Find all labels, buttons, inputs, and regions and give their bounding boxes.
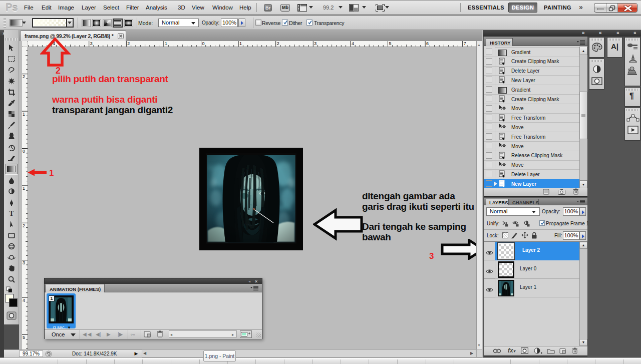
svg-text:T: T bbox=[9, 210, 14, 217]
svg-text:1: 1 bbox=[23, 112, 25, 117]
svg-text:4: 4 bbox=[23, 298, 25, 303]
svg-text:1: 1 bbox=[23, 186, 25, 191]
svg-text:2: 2 bbox=[127, 41, 130, 46]
svg-text:0: 0 bbox=[23, 149, 25, 154]
svg-text:2: 2 bbox=[23, 74, 25, 79]
svg-text:2: 2 bbox=[23, 223, 25, 228]
svg-text:6: 6 bbox=[426, 41, 429, 46]
svg-text:0: 0 bbox=[202, 41, 205, 46]
svg-text:3: 3 bbox=[90, 41, 93, 46]
svg-text:1: 1 bbox=[165, 41, 167, 46]
svg-text:7: 7 bbox=[464, 41, 466, 46]
svg-text:3: 3 bbox=[314, 41, 316, 46]
svg-text:5: 5 bbox=[389, 41, 392, 46]
svg-text:3: 3 bbox=[23, 260, 25, 265]
svg-text:2: 2 bbox=[277, 41, 279, 46]
svg-text:5: 5 bbox=[23, 335, 25, 340]
svg-text:4: 4 bbox=[352, 41, 354, 46]
svg-text:1: 1 bbox=[239, 41, 242, 46]
